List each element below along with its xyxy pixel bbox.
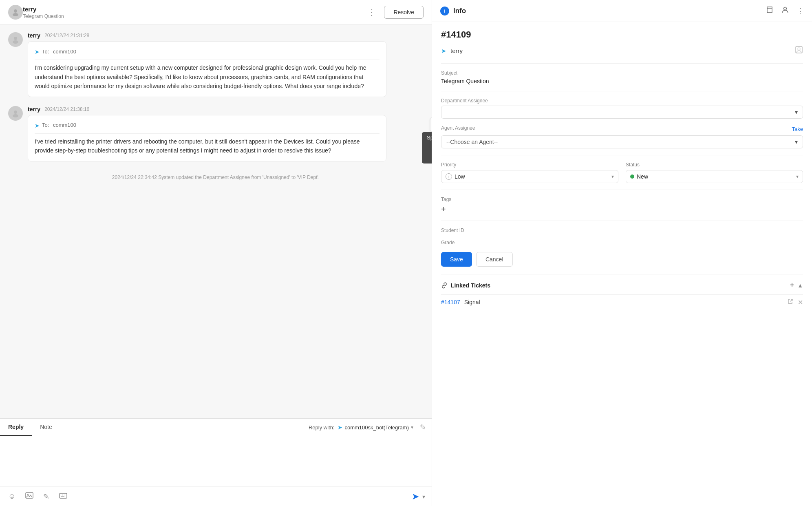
student-id-label: Student ID [441,228,803,233]
message-content-2: terry 2024/12/24 21:38:16 ➤ To: comm100 … [28,106,424,161]
message-body-2: I've tried reinstalling the printer driv… [35,138,360,154]
add-tag-button[interactable]: + [441,205,803,214]
chat-header: terry Telegram Question ⋮ Resolve [0,0,432,25]
divider-5 [441,221,803,221]
chat-subtitle: Telegram Question [23,13,366,19]
agent-assignee-label: Agent Assignee [441,125,475,131]
grade-section: Grade [441,240,803,245]
reply-channel-chevron: ▾ [411,424,413,430]
message-to-1: ➤ To: comm100 [35,47,380,60]
right-header-icons: ⋮ [766,6,804,16]
reply-footer-icons: ☺ ✎ [7,490,69,503]
chat-username: terry [23,6,366,13]
linked-ticket-open-icon[interactable] [787,298,794,306]
tags-label: Tags [441,197,803,202]
dept-assignee-chevron: ▾ [795,109,798,115]
status-dot [630,175,634,179]
linked-ticket-name: Signal [464,299,783,305]
message-to-value-2: comm100 [53,121,76,130]
contact-name: terry [450,47,791,54]
status-chevron: ▾ [796,174,799,179]
person-icon[interactable] [781,6,789,16]
contact-row: ➤ terry [441,46,803,56]
linked-tickets-chevron[interactable]: ▲ [797,282,803,289]
user-avatar [8,5,23,20]
reply-area: Reply Note Reply with: ➤ comm100sk_bot(T… [0,418,432,506]
message-to-value-1: comm100 [53,48,76,56]
priority-col: Priority i Low ▾ [441,162,618,183]
reply-input[interactable] [0,436,432,485]
agent-assignee-dropdown[interactable]: --Choose an Agent-- ▾ [441,135,803,148]
message-bubble-1: ➤ To: comm100 I'm considering upgrading … [28,41,386,97]
priority-dropdown[interactable]: i Low ▾ [441,170,618,183]
telegram-icon-1: ➤ [35,47,40,56]
tab-note[interactable]: Note [32,419,60,436]
resolve-button[interactable]: Resolve [384,6,424,19]
add-linked-ticket-button[interactable]: + [790,281,794,289]
save-button[interactable]: Save [441,252,472,267]
priority-value: Low [455,173,609,180]
agent-assignee-chevron: ▾ [795,139,798,145]
reply-channel-select[interactable]: ➤ comm100sk_bot(Telegram) ▾ [338,424,413,431]
status-col: Status New ▾ [626,162,803,183]
right-panel-body: #14109 ➤ terry Subject Telegram Question… [432,22,812,317]
chat-panel: terry Telegram Question ⋮ Resolve terry … [0,0,432,506]
linked-ticket-item: #14107 Signal ✕ [441,294,803,309]
reply-toolbar-icon[interactable]: ✎ [420,423,426,432]
message-to-2: ➤ To: comm100 [35,121,380,134]
tab-reply[interactable]: Reply [0,419,32,436]
contact-profile-icon[interactable] [795,46,803,56]
ticket-id: #14109 [441,29,803,40]
linked-tickets-title: Linked Tickets [451,282,787,289]
take-link[interactable]: Take [792,126,803,132]
status-dropdown[interactable]: New ▾ [626,170,803,183]
avatar-1 [8,32,23,47]
priority-status-row: Priority i Low ▾ Status New ▾ [441,162,803,183]
student-id-section: Student ID [441,228,803,233]
svg-point-1 [13,13,18,16]
agent-assignee-section: Agent Assignee Take --Choose an Agent-- … [441,125,803,148]
svg-point-5 [13,114,18,117]
reply-channel-name: comm100sk_bot(Telegram) [344,424,409,431]
message-group-2: terry 2024/12/24 21:38:16 ➤ To: comm100 … [8,106,424,161]
reply-with: Reply with: ➤ comm100sk_bot(Telegram) ▾ … [309,423,432,432]
linked-tickets-header: Linked Tickets + ▲ [441,281,803,289]
message-content-1: terry 2024/12/24 21:31:28 ➤ To: comm100 … [28,32,424,97]
expand-button[interactable]: ↕ [430,117,432,132]
send-chevron[interactable]: ▾ [422,493,425,500]
svg-point-0 [14,9,17,13]
tags-section: Tags + [441,197,803,214]
keyboard-icon[interactable] [57,491,69,502]
book-icon[interactable] [766,6,774,16]
pen-icon[interactable]: ✎ [42,491,51,503]
send-button[interactable]: ➤ [412,491,419,502]
emoji-icon[interactable]: ☺ [7,491,17,502]
svg-point-19 [798,48,800,50]
message-time-2: 2024/12/24 21:38:16 [44,106,89,112]
priority-chevron: ▾ [611,174,614,179]
divider-6 [441,274,803,274]
more-icon[interactable]: ⋮ [366,6,377,19]
agent-assignee-value: --Choose an Agent-- [446,139,498,145]
telegram-icon-2: ➤ [35,121,40,130]
system-message: 2024/12/24 22:34:42 System updated the D… [8,170,424,188]
linked-ticket-close-icon[interactable]: ✕ [798,298,803,306]
cancel-button[interactable]: Cancel [476,252,513,267]
dept-assignee-dropdown[interactable]: ▾ [441,106,803,119]
linked-ticket-icons: ✕ [787,298,803,306]
reply-footer: ☺ ✎ ➤ ▾ [0,486,432,506]
divider-1 [441,63,803,64]
send-actions: ➤ ▾ [412,491,425,502]
chat-header-info: terry Telegram Question [23,6,366,19]
add-tag-icon: + [441,205,446,214]
more-vert-icon[interactable]: ⋮ [797,7,804,15]
right-panel: i Info ⋮ #14109 ➤ terry Subject Telegram… [432,0,812,506]
svg-point-17 [784,7,787,10]
right-panel-header: i Info ⋮ [432,0,812,22]
svg-point-3 [13,40,18,44]
message-to-label-2: To: [42,121,51,130]
message-meta-1: terry 2024/12/24 21:31:28 [28,32,424,39]
svg-point-2 [14,37,17,40]
chat-header-actions: ⋮ Resolve [366,6,424,19]
image-icon[interactable] [24,490,35,503]
